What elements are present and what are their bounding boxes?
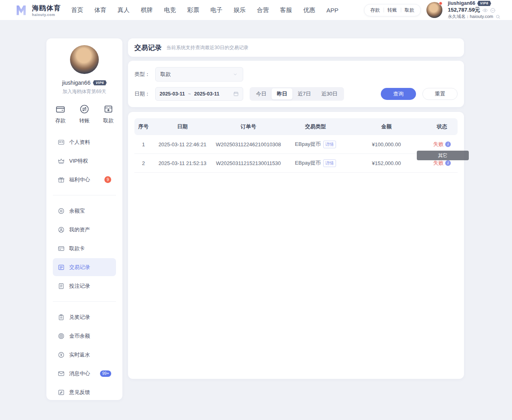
- coin-icon: [58, 207, 65, 215]
- nav-item-esports[interactable]: 电竞: [164, 6, 176, 14]
- cell-type: EBpay提币 详情: [284, 159, 346, 167]
- prize-record-icon: [58, 314, 65, 321]
- nav-item-live[interactable]: 真人: [118, 6, 130, 14]
- info-icon[interactable]: i: [445, 160, 451, 166]
- cell-amount: ¥100,000.00: [346, 141, 426, 147]
- status-text: 失败: [433, 141, 444, 148]
- cell-type: EBpay提币 详情: [284, 141, 346, 148]
- table-row: 2 2025-03-11 21:52:13 W20250311215213001…: [134, 154, 458, 173]
- type-select-value: 取款: [160, 71, 171, 78]
- bank-card-icon: [58, 245, 65, 252]
- date-label: 日期：: [134, 90, 155, 98]
- search-icon[interactable]: [495, 14, 501, 20]
- transfer-button[interactable]: 转账: [384, 6, 401, 14]
- menu-group-account: 个人资料 VIP特权 福利中心 9: [53, 130, 116, 192]
- sidebar-item-realtime-rebate[interactable]: 实时返水: [53, 346, 116, 364]
- brand-logo-icon: [14, 2, 29, 18]
- divider: [53, 301, 116, 302]
- wallet-quick-actions: 存款 转账 取款: [364, 4, 421, 16]
- status-tooltip: 其它: [417, 151, 469, 160]
- page-header: 交易记录 当前系统支持查询最近30日的交易记录: [128, 38, 464, 57]
- profile-panel: jiushigan66 VIP6 加入海鸥体育第69天: [53, 45, 116, 95]
- detail-link[interactable]: 详情: [323, 159, 336, 167]
- date-to: 2025-03-11: [194, 91, 219, 97]
- withdraw-button[interactable]: 取款: [401, 6, 418, 14]
- content: jiushigan66 VIP6 加入海鸥体育第69天 存款 转账: [0, 20, 512, 400]
- transactions-icon: [58, 264, 65, 271]
- deposit-action[interactable]: 存款: [55, 104, 66, 124]
- profile-joined-days: 加入海鸥体育第69天: [53, 88, 116, 95]
- page-subtitle: 当前系统支持查询最近30日的交易记录: [166, 44, 248, 51]
- type-select[interactable]: 取款: [155, 67, 243, 82]
- detail-link[interactable]: 详情: [323, 141, 336, 148]
- column-header-amount: 金额: [346, 123, 426, 130]
- nav-item-entertainment[interactable]: 娱乐: [234, 6, 246, 14]
- deposit-button[interactable]: 存款: [367, 6, 384, 14]
- rebate-icon: [58, 351, 65, 358]
- eye-icon[interactable]: [482, 8, 488, 13]
- mail-icon: [58, 370, 65, 377]
- nav-item-app[interactable]: APP: [326, 7, 338, 14]
- notification-dot: [439, 2, 442, 5]
- transaction-type: EBpay提币: [295, 159, 320, 167]
- cell-index: 2: [134, 160, 152, 166]
- column-header-type: 交易类型: [284, 123, 346, 130]
- range-last30days[interactable]: 近30日: [316, 88, 342, 100]
- chevron-circle-icon[interactable]: [490, 8, 496, 13]
- date-range-picker[interactable]: 2025-03-11 ~ 2025-03-11: [155, 87, 243, 101]
- nav-item-promotions[interactable]: 优惠: [303, 6, 315, 14]
- nav-item-chess[interactable]: 棋牌: [141, 6, 153, 14]
- reset-button[interactable]: 重置: [422, 88, 458, 100]
- transfer-action[interactable]: 转账: [79, 104, 90, 124]
- divider: [53, 195, 116, 195]
- withdraw-action[interactable]: 取款: [103, 104, 114, 124]
- column-header-index: 序号: [134, 123, 152, 130]
- topbar: 海鸥体育 haiouty.com 首页 体育 真人 棋牌 电竞 彩票 电子 娱乐…: [0, 0, 512, 20]
- vip-badge: VIP6: [477, 1, 491, 6]
- sidebar-item-prize-records[interactable]: 兑奖记录: [53, 308, 116, 326]
- date-separator: ~: [188, 91, 191, 97]
- range-yesterday[interactable]: 昨日: [272, 88, 292, 100]
- quick-range-group: 今日 昨日 近7日 近30日: [250, 87, 344, 101]
- cell-status: 失败 i: [426, 159, 458, 167]
- sidebar-item-personal-info[interactable]: 个人资料: [53, 133, 116, 151]
- benefits-badge: 9: [104, 176, 111, 183]
- brand[interactable]: 海鸥体育 haiouty.com: [14, 2, 61, 18]
- table-row: 1 2025-03-11 22:46:21 W20250311224621001…: [134, 135, 458, 154]
- sidebar-item-vip-privileges[interactable]: VIP特权: [53, 152, 116, 170]
- nav-item-sports[interactable]: 体育: [94, 6, 106, 14]
- nav-item-lottery[interactable]: 彩票: [187, 6, 199, 14]
- sidebar: jiushigan66 VIP6 加入海鸥体育第69天 存款 转账: [46, 38, 122, 400]
- user-meta: jiushigan66 VIP6 152,787.59元 永久域名：haiout…: [448, 0, 501, 20]
- sidebar-item-betting-records[interactable]: 投注记录: [53, 277, 116, 295]
- sidebar-item-withdrawal-card[interactable]: 取款卡: [53, 239, 116, 257]
- sidebar-item-my-assets[interactable]: 我的资产: [53, 221, 116, 239]
- transactions-table: 序号 日期 订单号 交易类型 金额 状态 1 2025-03-11 22:46:…: [128, 112, 464, 379]
- range-last7days[interactable]: 近7日: [292, 88, 316, 100]
- menu-group-funds: 余额宝 我的资产 取款卡 交易记录 投注记录: [53, 199, 116, 298]
- gold-coin-icon: [58, 332, 65, 340]
- nav-item-affiliate[interactable]: 合营: [257, 6, 269, 14]
- sidebar-item-transaction-records[interactable]: 交易记录: [53, 258, 116, 276]
- range-today[interactable]: 今日: [251, 88, 272, 100]
- user-avatar[interactable]: [426, 2, 442, 18]
- transaction-type: EBpay提币: [295, 141, 320, 148]
- sidebar-item-feedback[interactable]: 意见反馈: [53, 383, 116, 401]
- info-icon[interactable]: i: [445, 141, 451, 147]
- cell-amount: ¥152,000.00: [346, 160, 426, 166]
- sidebar-item-coin-balance[interactable]: 金币余额: [53, 327, 116, 345]
- sidebar-item-message-center[interactable]: 消息中心 99+: [53, 364, 116, 382]
- search-button[interactable]: 查询: [381, 88, 416, 100]
- profile-username: jiushigan66: [62, 80, 90, 86]
- sidebar-item-yuebao[interactable]: 余额宝: [53, 202, 116, 220]
- profile-avatar: [70, 45, 99, 74]
- nav-item-slots[interactable]: 电子: [210, 6, 222, 14]
- type-filter-row: 类型： 取款: [134, 67, 458, 82]
- brand-domain: haiouty.com: [32, 13, 61, 17]
- page-title: 交易记录: [134, 43, 162, 52]
- username: jiushigan66: [448, 0, 476, 7]
- main-navigation: 首页 体育 真人 棋牌 电竞 彩票 电子 娱乐 合营 客服 优惠 APP: [71, 6, 338, 14]
- sidebar-item-benefits-center[interactable]: 福利中心 9: [53, 171, 116, 189]
- nav-item-support[interactable]: 客服: [280, 6, 292, 14]
- nav-item-home[interactable]: 首页: [71, 6, 83, 14]
